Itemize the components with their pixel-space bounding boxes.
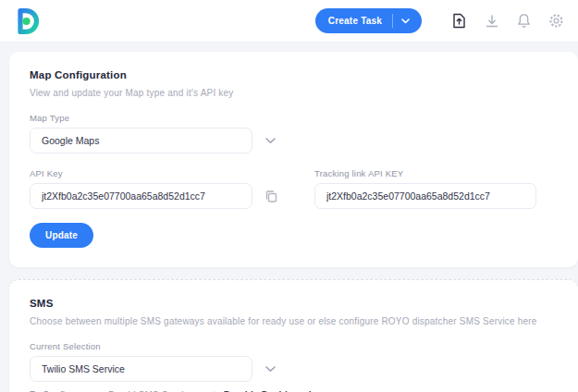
create-task-button[interactable]: Create Task <box>315 8 422 33</box>
page-content: Map Configuration View and update your M… <box>0 43 578 392</box>
sms-gateway-value: Twilio SMS Service <box>42 363 125 374</box>
chevron-down-icon[interactable] <box>401 18 422 24</box>
bell-icon[interactable] <box>516 13 532 29</box>
button-divider <box>392 14 393 28</box>
download-icon[interactable] <box>484 13 499 29</box>
tracking-key-label: Tracking link API KEY <box>314 168 536 178</box>
tracking-key-input-row <box>314 183 536 209</box>
map-card-title: Map Configuration <box>30 69 558 80</box>
sms-card-title: SMS <box>30 298 558 309</box>
map-type-value: Google Maps <box>42 135 99 146</box>
api-key-label: API Key <box>30 168 277 178</box>
export-file-icon[interactable] <box>451 13 467 29</box>
chevron-down-icon[interactable] <box>265 366 276 373</box>
header-actions: Create Task <box>315 8 564 33</box>
map-type-select-row: Google Maps <box>30 128 558 153</box>
create-task-label: Create Task <box>328 16 382 26</box>
chevron-down-icon[interactable] <box>265 138 276 144</box>
top-bar: Create Task <box>0 0 578 43</box>
copy-icon[interactable] <box>264 190 277 203</box>
map-card-subtitle: View and update your Map type and it's A… <box>30 88 558 98</box>
map-type-select[interactable]: Google Maps <box>30 128 252 153</box>
sms-card-subtitle: Choose between multiple SMS gateways ava… <box>30 316 558 326</box>
app-logo[interactable] <box>14 6 42 36</box>
api-key-column: API Key <box>30 153 277 209</box>
current-selection-label: Current Selection <box>30 341 558 351</box>
api-key-input-row <box>30 183 277 209</box>
api-keys-row: API Key Tracking link API KEY <box>30 153 558 209</box>
royo-d-logo-icon <box>14 7 40 35</box>
update-button[interactable]: Update <box>30 223 93 248</box>
header-icon-group <box>451 13 564 29</box>
api-key-input[interactable] <box>30 183 252 209</box>
sms-gateway-select-row: Twilio SMS Service <box>30 356 558 382</box>
map-configuration-card: Map Configuration View and update your M… <box>9 52 578 267</box>
tracking-key-input[interactable] <box>314 183 536 209</box>
map-type-label: Map Type <box>30 113 558 123</box>
gear-icon[interactable] <box>548 13 564 29</box>
sms-card: SMS Choose between multiple SMS gateways… <box>9 279 578 392</box>
tracking-key-column: Tracking link API KEY <box>314 153 536 209</box>
sms-gateway-select[interactable]: Twilio SMS Service <box>30 356 252 382</box>
